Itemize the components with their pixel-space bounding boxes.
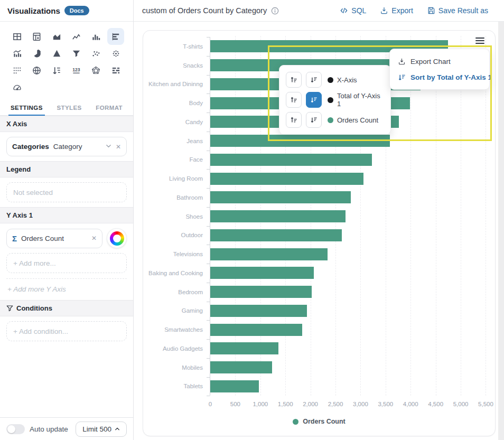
menu-item-label: Sort by Total of Y-Axis 1: [410, 73, 492, 81]
chart-content: 05001,0001,5002,0002,5003,0003,5004,0004…: [134, 22, 504, 440]
category-label: Smartwatches: [143, 326, 203, 333]
x-axis-clear-icon[interactable]: ✕: [116, 144, 121, 150]
legend-dot-icon: [293, 419, 298, 425]
save-result-as-button[interactable]: Save Result as: [427, 6, 488, 15]
sidebar-footer: Auto update Limit 500: [0, 417, 133, 440]
x-axis-field-collection: Categories: [12, 143, 49, 151]
menu-item-sort-by-total-of-y-axis-1[interactable]: Sort by Total of Y-Axis 1: [390, 69, 489, 85]
y-axis-tick: [207, 188, 210, 189]
bar-chart-icon[interactable]: [88, 28, 105, 45]
bar-bedroom[interactable]: [210, 286, 312, 298]
bar-gaming[interactable]: [210, 305, 307, 317]
sort-desc-icon: [398, 73, 406, 81]
color-wheel-icon: [110, 231, 124, 246]
area-chart-icon[interactable]: [48, 28, 65, 45]
bar-living-room[interactable]: [210, 173, 363, 185]
category-label: Snacks: [143, 62, 203, 69]
sort-ascending-button[interactable]: [286, 72, 302, 88]
bar-tablets[interactable]: [210, 380, 259, 392]
action-label: Export: [391, 6, 413, 15]
bar-shoes[interactable]: [210, 210, 346, 222]
category-label: Gaming: [143, 307, 203, 314]
legend-section-body: Not selected: [0, 177, 133, 207]
x-axis-field-name: Category: [53, 143, 101, 151]
y-axis-tick: [207, 151, 210, 151]
bar-televisions[interactable]: [210, 248, 328, 260]
info-icon[interactable]: [271, 7, 279, 15]
funnel-chart-icon[interactable]: [68, 45, 85, 62]
bar-face[interactable]: [210, 154, 372, 166]
legend-field-placeholder[interactable]: Not selected: [6, 182, 127, 202]
category-label: Candy: [143, 119, 203, 125]
bar-smartwatches[interactable]: [210, 324, 302, 336]
sort-descending-button[interactable]: [306, 72, 322, 88]
cluster-chart-icon[interactable]: [107, 45, 124, 62]
line-chart-icon[interactable]: [68, 28, 85, 45]
bar-baking-and-cooking[interactable]: [210, 267, 314, 279]
parallel-chart-icon[interactable]: [107, 62, 124, 79]
tab-settings[interactable]: SETTINGS: [10, 100, 44, 115]
pivot-table-icon[interactable]: [29, 28, 45, 45]
horizontal-bar-chart-icon[interactable]: [107, 28, 124, 45]
y-axis-tick: [207, 113, 210, 113]
bar-jeans[interactable]: [210, 135, 390, 147]
y-axis-line: [210, 37, 210, 396]
save-icon: [427, 6, 435, 15]
y-axis-tick: [207, 75, 210, 76]
table-icon[interactable]: [9, 28, 26, 45]
conditions-section-header: Conditions: [0, 300, 133, 316]
gauge-chart-icon[interactable]: [9, 79, 26, 96]
category-label: Living Room: [143, 175, 203, 182]
caret-up-icon: [115, 426, 120, 432]
map-chart-icon[interactable]: [29, 62, 45, 79]
code-icon: [340, 6, 348, 15]
x-axis-tick-label: 3,500: [378, 401, 393, 407]
conditions-section-label: Conditions: [16, 304, 52, 312]
tab-styles[interactable]: STYLES: [55, 100, 82, 115]
chart-menu-icon[interactable]: [475, 38, 484, 45]
x-axis-tick-label: 2,000: [303, 401, 318, 407]
sort-popup: X-AxisTotal of Y-Axis 1Orders Count: [279, 65, 391, 135]
auto-update-toggle[interactable]: [6, 424, 25, 434]
sidebar-settings-panel: X Axis Categories Category ✕ Legend Not …: [0, 116, 133, 417]
x-axis-field-select[interactable]: Categories Category ✕: [6, 137, 127, 156]
export-button[interactable]: Export: [380, 6, 413, 15]
chart-legend[interactable]: Orders Count: [143, 418, 495, 425]
scatter-plot-icon[interactable]: [88, 45, 105, 62]
y-axis-clear-icon[interactable]: ✕: [91, 235, 97, 241]
menu-item-export-chart[interactable]: Export Chart: [390, 53, 489, 69]
sort-descending-button[interactable]: [306, 112, 322, 128]
bar-outdoor[interactable]: [210, 229, 342, 241]
y-axis-tick: [207, 377, 210, 378]
add-more-y-axis-link[interactable]: + Add more Y Axis: [6, 279, 127, 295]
number-card-icon[interactable]: 123: [68, 62, 85, 79]
bar-mobiles[interactable]: [210, 361, 272, 373]
y-axis-tick: [207, 245, 210, 245]
radar-chart-icon[interactable]: [88, 62, 105, 79]
x-axis-section-label: X Axis: [6, 120, 27, 128]
dot-matrix-icon[interactable]: [9, 62, 26, 79]
pie-chart-icon[interactable]: [29, 45, 45, 62]
sort-option-label: Total of Y-Axis 1: [328, 92, 384, 108]
sort-descending-button[interactable]: [306, 92, 322, 108]
sort-ascending-button[interactable]: [286, 92, 302, 108]
combo-chart-icon[interactable]: [9, 45, 26, 62]
limit-button[interactable]: Limit 500: [76, 422, 127, 437]
main-scrollbar[interactable]: [498, 22, 504, 440]
bar-audio-gadgets[interactable]: [210, 342, 278, 354]
series-color-picker-button[interactable]: [107, 228, 127, 248]
pyramid-chart-icon[interactable]: [48, 45, 65, 62]
chevron-down-icon[interactable]: [106, 143, 111, 150]
sql-button[interactable]: SQL: [340, 6, 366, 15]
sort-numbers-icon[interactable]: [48, 62, 65, 79]
sort-ascending-button[interactable]: [286, 112, 302, 128]
bar-bathroom[interactable]: [210, 191, 351, 203]
tab-format[interactable]: FORMAT: [95, 100, 124, 115]
docs-badge[interactable]: Docs: [64, 6, 89, 15]
add-condition-field[interactable]: + Add condition...: [6, 321, 127, 341]
category-label: Mobiles: [143, 364, 203, 371]
y-axis-add-more-field[interactable]: + Add more...: [6, 253, 127, 273]
limit-button-label: Limit 500: [82, 425, 111, 433]
y-axis-field-select[interactable]: Σ Orders Count ✕: [6, 229, 102, 248]
category-label: Tablets: [143, 383, 203, 389]
